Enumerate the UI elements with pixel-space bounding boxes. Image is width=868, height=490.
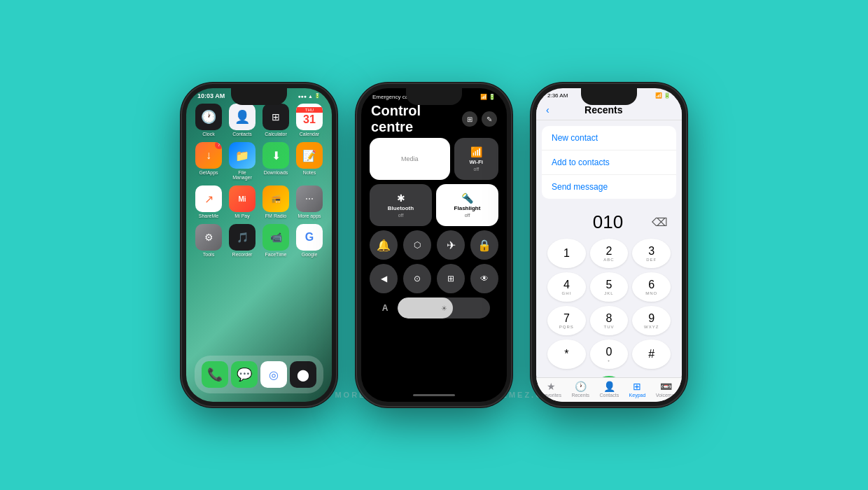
dock: 📞 💬 ◎ ⬤ <box>195 356 323 393</box>
key-4[interactable]: 4 GHI <box>547 272 586 302</box>
keypad: 1 2 ABC 3 DEF 4 GHI <box>536 236 682 372</box>
home-screen: 10:03 AM ●●● ▲ 🔋 🕐 Clock <box>186 88 332 402</box>
dialer-number-display: 010 ⌫ <box>536 204 682 236</box>
app-shareme[interactable]: ↗ ShareMe <box>195 186 223 218</box>
cc-font-size-a: A <box>378 303 392 313</box>
cc-tile-bluetooth[interactable]: ✱ Bluetooth off <box>370 184 432 226</box>
tab-bar: ★ Favorites 🕐 Recents 👤 Contacts ⊞ Keypa… <box>536 377 682 402</box>
app-getapps[interactable]: ↓ 7 GetApps <box>195 142 223 180</box>
send-message-option[interactable]: Send message <box>542 175 676 199</box>
notch-2 <box>406 88 462 105</box>
new-contact-option[interactable]: New contact <box>542 126 676 150</box>
cc-tile-lock[interactable]: 🔒 <box>470 230 498 260</box>
app-grid-row2: ↓ 7 GetApps 📁 File Manager ⬇ <box>186 139 332 183</box>
cc-tile-notification[interactable]: 🔔 <box>370 230 398 260</box>
phone-3: 2:36 AM 📶 🔋 ‹ Recents New contact Add to… <box>532 84 686 406</box>
cc-tile-wifi[interactable]: 📶 Wi-Fi off <box>454 138 498 180</box>
app-fm-radio[interactable]: 📻 FM Radio <box>262 186 290 218</box>
phone-1-screen: 10:03 AM ●●● ▲ 🔋 🕐 Clock <box>186 88 332 402</box>
key-6[interactable]: 6 MNO <box>632 272 671 302</box>
app-facetime[interactable]: 📹 FaceTime <box>262 224 290 257</box>
app-tools[interactable]: ⚙ Tools <box>195 224 223 257</box>
cc-brightness-slider[interactable]: ☀ <box>398 298 490 318</box>
status-icons-1: ●●● ▲ 🔋 <box>298 92 321 99</box>
recents-screen: 2:36 AM 📶 🔋 ‹ Recents New contact Add to… <box>536 88 682 402</box>
app-contacts[interactable]: 👤 Contacts <box>228 104 256 136</box>
cc-tile-screen-mirror[interactable]: ⬡ <box>403 230 431 260</box>
phone-1: 10:03 AM ●●● ▲ 🔋 🕐 Clock <box>182 84 336 406</box>
cc-row-2: ✱ Bluetooth off 🔦 Flashlight off <box>370 184 498 226</box>
phone-2-screen: Emergency calls o 📶 🔋 Control centre ⊞ ✎… <box>361 88 507 402</box>
app-grid-row1: 🕐 Clock 👤 Contacts ⊞ Calc <box>186 101 332 139</box>
cc-icon-edit[interactable]: ✎ <box>482 111 497 127</box>
dock-messages[interactable]: 💬 <box>231 361 258 388</box>
app-grid-row3: ↗ ShareMe Mi Mi Pay 📻 FM R <box>186 183 332 221</box>
app-clock[interactable]: 🕐 Clock <box>195 104 223 136</box>
app-downloads[interactable]: ⬇ Downloads <box>262 142 290 180</box>
key-5[interactable]: 5 JKL <box>590 272 629 302</box>
key-3[interactable]: 3 DEF <box>632 239 671 268</box>
recents-options: New contact Add to contacts Send message <box>542 126 676 199</box>
cc-brightness-row: A ☀ <box>370 298 498 318</box>
add-to-contacts-option[interactable]: Add to contacts <box>542 150 676 175</box>
dock-chrome[interactable]: ◎ <box>260 361 287 388</box>
cc-tile-navigation[interactable]: ◀ <box>370 264 398 293</box>
key-9[interactable]: 9 WXYZ <box>632 306 671 335</box>
app-recorder[interactable]: 🎵 Recorder <box>228 224 256 257</box>
app-more[interactable]: ⋯ More apps <box>295 186 323 218</box>
app-file-manager[interactable]: 📁 File Manager <box>228 142 256 180</box>
key-0[interactable]: 0 + <box>590 340 629 369</box>
status-time-1: 10:03 AM <box>197 92 225 99</box>
back-button[interactable]: ‹ <box>546 104 550 115</box>
delete-button[interactable]: ⌫ <box>652 216 668 229</box>
cc-tile-media[interactable]: Media <box>370 138 450 180</box>
dock-phone[interactable]: 📞 <box>202 361 228 388</box>
key-hash[interactable]: # <box>632 340 671 369</box>
app-google[interactable]: G Google <box>295 224 323 257</box>
key-8[interactable]: 8 TUV <box>590 306 629 335</box>
notch-1 <box>231 88 287 105</box>
cc-icon-grid[interactable]: ⊞ <box>462 111 477 127</box>
cc-row-4: ◀ ⊙ ⊞ 👁 <box>370 264 498 293</box>
key-2[interactable]: 2 ABC <box>590 239 629 268</box>
tab-keypad[interactable]: ⊞ Keypad <box>629 381 646 398</box>
phone-3-screen: 2:36 AM 📶 🔋 ‹ Recents New contact Add to… <box>536 88 682 402</box>
notch-3 <box>581 88 637 105</box>
phone-2: Emergency calls o 📶 🔋 Control centre ⊞ ✎… <box>357 84 511 406</box>
cc-tile-accessibility[interactable]: 👁 <box>470 264 498 293</box>
cc-tile-flashlight[interactable]: 🔦 Flashlight off <box>436 184 498 226</box>
app-mipay[interactable]: Mi Mi Pay <box>228 186 256 218</box>
tab-favorites[interactable]: ★ Favorites <box>541 381 561 398</box>
recents-title: Recents <box>555 104 652 115</box>
app-calendar[interactable]: THU 31 Calendar <box>295 104 323 136</box>
cc-tile-screen-size[interactable]: ⊞ <box>437 264 465 293</box>
cc-home-bar <box>413 394 455 396</box>
phones-container: 10:03 AM ●●● ▲ 🔋 🕐 Clock <box>182 84 686 406</box>
cc-tile-airplane[interactable]: ✈ <box>437 230 465 260</box>
control-centre-screen: Emergency calls o 📶 🔋 Control centre ⊞ ✎… <box>361 88 507 402</box>
tab-recents[interactable]: 🕐 Recents <box>571 381 589 398</box>
dock-camera[interactable]: ⬤ <box>290 361 316 388</box>
cc-row-3: 🔔 ⬡ ✈ 🔒 <box>370 230 498 260</box>
app-grid-row4: ⚙ Tools 🎵 Recorder 📹 Face <box>186 221 332 260</box>
cc-title: Control centre <box>371 103 462 135</box>
dialer-digits: 010 <box>570 211 646 233</box>
key-star[interactable]: * <box>547 340 586 369</box>
app-notes[interactable]: 📝 Notes <box>295 142 323 180</box>
cc-tile-screen-record[interactable]: ⊙ <box>403 264 431 293</box>
cc-row-1: Media 📶 Wi-Fi off <box>370 138 498 180</box>
tab-contacts[interactable]: 👤 Contacts <box>600 381 620 398</box>
cc-grid: Media 📶 Wi-Fi off ✱ Bluetooth <box>361 138 507 318</box>
app-calculator[interactable]: ⊞ Calculator <box>262 104 290 136</box>
key-7[interactable]: 7 PQRS <box>547 306 586 335</box>
key-1[interactable]: 1 <box>547 239 586 268</box>
tab-voicemail[interactable]: 📼 Voicemail <box>656 381 677 398</box>
